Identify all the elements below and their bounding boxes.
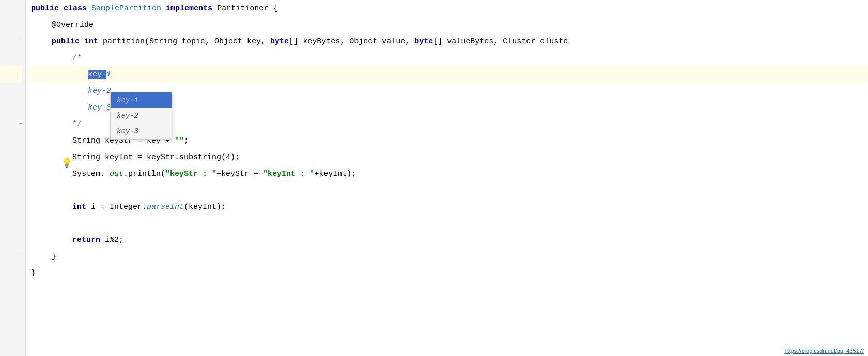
cursor-after-key1: 1 — [106, 70, 111, 79]
gutter-line-12 — [0, 182, 22, 198]
suggestion-item-2[interactable]: key-2 — [111, 108, 172, 123]
gutter-line-9 — [0, 132, 22, 149]
editor-container: − − − public class SamplePartition — [0, 0, 868, 356]
kw-byte-1: byte — [270, 37, 289, 46]
gutter-line-11 — [0, 165, 22, 182]
str-keyInt: "keyInt : " — [263, 169, 314, 178]
annotation: @Override — [52, 21, 94, 29]
selected-key1: key- — [88, 70, 106, 79]
code-line-3: public int partition(String topic, Objec… — [31, 33, 868, 50]
code-line-17: } — [31, 265, 868, 281]
code-line-15: return i%2; — [31, 231, 868, 248]
suggestion-item-3[interactable]: key-3 — [111, 123, 172, 139]
key3-text: key-3 — [88, 103, 111, 112]
class-name: SamplePartition — [91, 4, 161, 13]
gutter-line-8: − — [0, 116, 22, 132]
gutter-line-3: − — [0, 33, 22, 50]
gutter-line-14 — [0, 215, 22, 231]
gutter-line-16: − — [0, 248, 22, 265]
code-line-14 — [31, 215, 868, 231]
suggestion-label-1: key-1 — [117, 96, 138, 104]
code-area: public class SamplePartition implements … — [26, 0, 868, 356]
gutter-line-17 — [0, 265, 22, 281]
url-bar: https://blog.csdn.net/qq_43517/ — [784, 348, 864, 354]
code-line-16: } — [31, 248, 868, 265]
key2-text: key-2 — [88, 87, 111, 96]
bulb-icon[interactable]: 💡 — [61, 157, 72, 168]
code-line-10: String keyInt = keyStr.substring( 4 ); — [31, 149, 868, 165]
comment-close: */ — [72, 120, 82, 129]
kw-int-3: int — [84, 37, 98, 46]
gutter-line-4 — [0, 50, 22, 66]
kw-public-1: public — [31, 4, 59, 13]
parseInt-method: parseInt — [147, 203, 184, 211]
gutter-line-13 — [0, 198, 22, 215]
gutter-line-15 — [0, 231, 22, 248]
gutter-line-2 — [0, 17, 22, 33]
str-keyStr: "keyStr : " — [165, 169, 216, 178]
comment-open: /* — [72, 54, 82, 63]
gutter-line-7 — [0, 99, 22, 116]
kw-implements: implements — [166, 4, 212, 13]
kw-public-3: public — [52, 37, 80, 46]
kw-class: class — [64, 4, 87, 13]
suggestion-dropdown[interactable]: key-1 key-2 key-3 — [110, 92, 172, 140]
code-line-12 — [31, 182, 868, 198]
kw-byte-2: byte — [414, 37, 433, 46]
code-line-11: System. out .println( "keyStr : " +keySt… — [31, 165, 868, 182]
code-line-5: 💡 key-1 — [31, 66, 868, 83]
gutter-line-6 — [0, 83, 22, 99]
fold-icon-16[interactable]: − — [19, 253, 22, 259]
suggestion-label-3: key-3 — [117, 127, 138, 135]
kw-int-13: int — [72, 203, 86, 211]
gutter-line-1 — [0, 0, 22, 17]
code-line-2: @Override — [31, 17, 868, 33]
out-field: out — [110, 169, 123, 178]
gutter-line-5 — [0, 66, 22, 83]
code-line-1: public class SamplePartition implements … — [31, 0, 868, 17]
code-line-4: /* — [31, 50, 868, 66]
suggestion-label-2: key-2 — [117, 112, 138, 120]
suggestion-item-1[interactable]: key-1 — [111, 92, 172, 108]
fold-icon-8[interactable]: − — [19, 121, 22, 127]
code-line-13: int i = Integer. parseInt (keyInt); — [31, 198, 868, 215]
gutter-line-10 — [0, 149, 22, 165]
empty-string: "" — [175, 136, 184, 145]
kw-return: return — [72, 236, 100, 244]
gutter: − − − — [0, 0, 26, 356]
fold-icon-3[interactable]: − — [19, 38, 22, 44]
